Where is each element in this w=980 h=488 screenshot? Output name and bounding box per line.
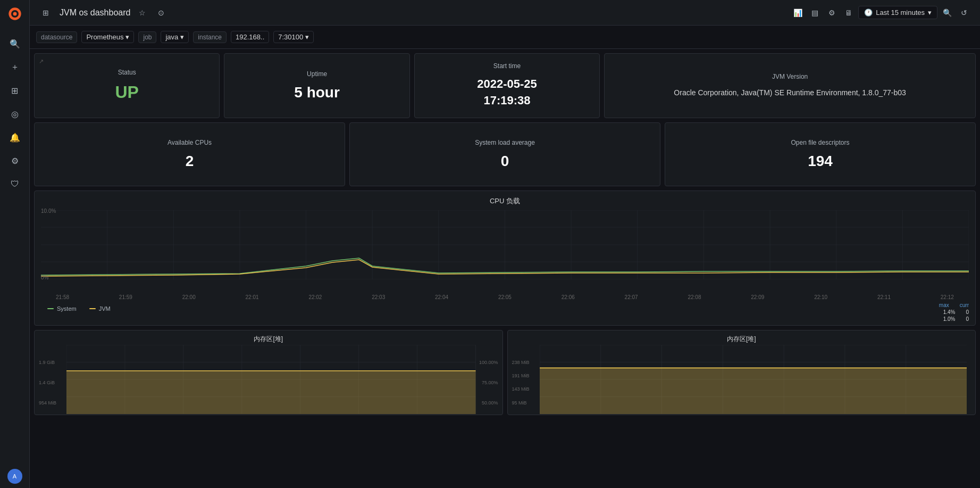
- y-label: 238 MiB: [512, 360, 530, 365]
- user-avatar[interactable]: A: [7, 469, 22, 484]
- sidebar-search-icon[interactable]: 🔍: [4, 33, 26, 54]
- sidebar-alerts-icon[interactable]: 🔔: [4, 127, 26, 148]
- share-icon[interactable]: ⊙: [154, 5, 169, 20]
- chevron-icon: ▾: [125, 33, 129, 41]
- xaxis-label: 21:58: [56, 294, 69, 300]
- sidebar-bottom: A: [7, 469, 22, 484]
- jvm-curr: 0: [966, 316, 969, 322]
- y-label: 1.9 GiB: [39, 360, 56, 365]
- job-dropdown[interactable]: java ▾: [161, 31, 189, 43]
- sidebar-settings-icon[interactable]: ⚙: [4, 150, 26, 171]
- xaxis-label: 21:59: [119, 294, 132, 300]
- svg-point-2: [13, 12, 16, 16]
- memory1-yaxis: 1.9 GiB 1.4 GiB 954 MiB: [39, 360, 56, 406]
- memory-chart2-title: 内存区[堆]: [508, 330, 976, 345]
- xaxis-label: 22:03: [372, 294, 385, 300]
- y-label: 191 MiB: [512, 373, 530, 378]
- xaxis-label: 22:00: [182, 294, 196, 300]
- xaxis-label: 22:08: [688, 294, 701, 300]
- jvm-card: JVM Version Oracle Corporation, Java(TM)…: [604, 53, 976, 118]
- topbar-right: 📊 ▤ ⚙ 🖥 🕐 Last 15 minutes ▾ 🔍 ↺: [790, 5, 971, 20]
- max-header: max: [939, 302, 949, 308]
- sidebar-dashboards-icon[interactable]: ⊞: [4, 80, 26, 101]
- stats-row-2: Available CPUs 2 System load average 0 O…: [34, 122, 976, 186]
- y-label: 1.4 GiB: [39, 380, 56, 385]
- starttime-label: Start time: [493, 62, 521, 70]
- dashboard-area: ↗ Status UP Uptime 5 hour Start time 202…: [30, 49, 980, 488]
- chevron-icon2: ▾: [180, 33, 184, 41]
- uptime-value: 5 hour: [294, 84, 340, 101]
- instance-port-dropdown[interactable]: 7:30100 ▾: [273, 31, 314, 43]
- title-text: JVM os dashboard: [60, 8, 130, 18]
- gear-icon[interactable]: ⚙: [824, 5, 839, 20]
- status-card: ↗ Status UP: [34, 53, 220, 118]
- starttime-card: Start time 2022-05-2517:19:38: [414, 53, 600, 118]
- legend-jvm: JVM: [89, 305, 111, 312]
- chart-legend: System JVM: [41, 302, 117, 313]
- jvm-legend-dot: [89, 308, 96, 309]
- sidebar-explore-icon[interactable]: ◎: [4, 103, 26, 125]
- table-icon[interactable]: ▤: [807, 5, 822, 20]
- y-label: 95 MiB: [512, 400, 530, 406]
- y-right-label: 75.00%: [479, 380, 498, 385]
- system-curr: 0: [966, 309, 969, 315]
- uptime-card: Uptime 5 hour: [224, 53, 409, 118]
- cpus-value: 2: [186, 153, 194, 170]
- load-label: System load average: [475, 139, 535, 146]
- memory2-yaxis: 238 MiB 191 MiB 143 MiB 95 MiB: [512, 360, 530, 406]
- grid-icon[interactable]: ⊞: [38, 5, 53, 20]
- time-range-selector[interactable]: 🕐 Last 15 minutes ▾: [858, 6, 937, 19]
- search-icon[interactable]: 🔍: [940, 5, 954, 20]
- instance-ip-dropdown[interactable]: 192.168..: [231, 31, 269, 43]
- job-value: java: [165, 33, 178, 41]
- xaxis-label: 22:01: [246, 294, 259, 300]
- system-legend-dot: [47, 308, 54, 309]
- chart-bar-icon[interactable]: 📊: [790, 5, 805, 20]
- memory1-yaxis-right: 100.00% 75.00% 50.00%: [479, 360, 498, 406]
- xaxis-label: 22:04: [435, 294, 448, 300]
- instance-ip-value: 192.168..: [236, 33, 264, 41]
- xaxis-label: 22:11: [877, 294, 891, 300]
- cpus-label: Available CPUs: [167, 139, 212, 146]
- system-max: 1.4%: [943, 309, 956, 315]
- xaxis-label: 22:09: [751, 294, 764, 300]
- y-label: 143 MiB: [512, 386, 530, 392]
- external-link-icon[interactable]: ↗: [39, 58, 44, 65]
- datasource-value: Prometheus: [86, 33, 123, 41]
- svg-marker-35: [66, 370, 476, 413]
- sidebar: 🔍 ＋ ⊞ ◎ 🔔 ⚙ 🛡 A: [0, 0, 30, 488]
- cpu-xaxis: 21:58 21:59 22:00 22:01 22:02 22:03 22:0…: [35, 293, 975, 300]
- star-icon[interactable]: ☆: [135, 5, 149, 20]
- y-right-label: 100.00%: [479, 360, 498, 365]
- job-label: job: [138, 31, 156, 43]
- starttime-value: 2022-05-2517:19:38: [477, 76, 537, 109]
- jvm-value: Oracle Corporation, Java(TM) SE Runtime …: [674, 87, 906, 98]
- xaxis-label: 22:07: [625, 294, 638, 300]
- sidebar-shield-icon[interactable]: 🛡: [4, 173, 26, 195]
- cpu-chart-svg: [41, 210, 969, 279]
- app-logo[interactable]: [5, 4, 24, 23]
- y-label: 954 MiB: [39, 400, 56, 406]
- main-content: ⊞ JVM os dashboard ☆ ⊙ 📊 ▤ ⚙ 🖥 🕐 Last 15…: [30, 0, 980, 488]
- memory-chart-1: 内存区[堆] 1.9 GiB 1.4 GiB 954 MiB 100.00% 7…: [34, 330, 503, 415]
- datasource-dropdown[interactable]: Prometheus ▾: [81, 31, 134, 43]
- memory2-svg: [540, 345, 967, 414]
- memory1-svg: [66, 345, 476, 414]
- jvm-max: 1.0%: [943, 316, 956, 322]
- chevron-icon3: ▾: [305, 33, 309, 41]
- datasource-label: datasource: [36, 31, 77, 43]
- refresh-icon[interactable]: ↺: [957, 5, 971, 20]
- bottom-charts: 内存区[堆] 1.9 GiB 1.4 GiB 954 MiB 100.00% 7…: [34, 330, 976, 415]
- load-value: 0: [501, 153, 509, 170]
- xaxis-label: 22:02: [308, 294, 322, 300]
- jvm-label: JVM Version: [772, 73, 808, 80]
- monitor-icon[interactable]: 🖥: [841, 5, 856, 20]
- xaxis-label: 22:06: [562, 294, 575, 300]
- chevron-down-icon: ▾: [928, 9, 932, 16]
- clock-icon: 🕐: [864, 9, 873, 16]
- page-title: JVM os dashboard ☆ ⊙: [60, 5, 784, 20]
- instance-label: instance: [193, 31, 227, 43]
- sidebar-add-icon[interactable]: ＋: [4, 56, 26, 78]
- xaxis-label: 22:10: [814, 294, 827, 300]
- status-label: Status: [118, 69, 136, 76]
